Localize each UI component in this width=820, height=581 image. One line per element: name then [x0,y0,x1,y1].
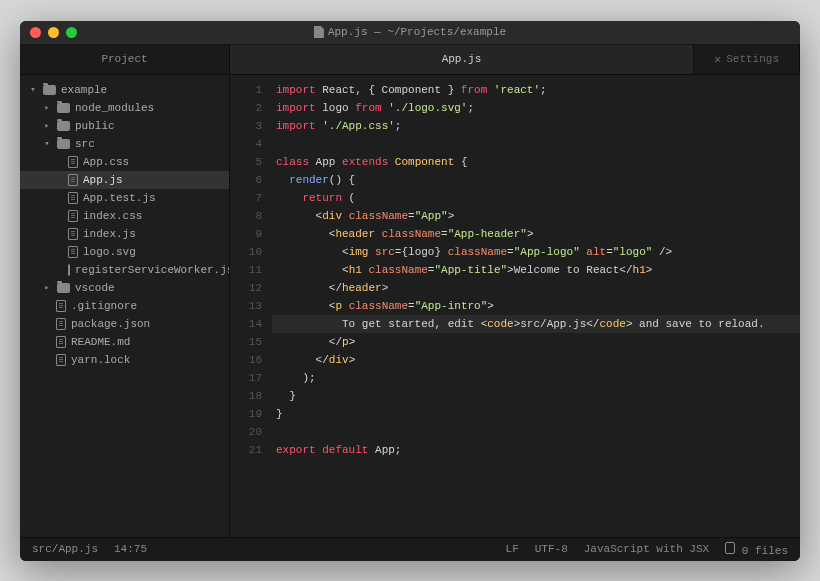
tree-file-active[interactable]: App.js [20,171,229,189]
line-number: 1 [230,81,262,99]
line-number: 13 [230,297,262,315]
code-line: <img src={logo} className="App-logo" alt… [272,243,800,261]
file-icon [68,174,78,186]
chevron-down-icon: ▾ [42,138,52,149]
line-number: 18 [230,387,262,405]
line-number: 9 [230,225,262,243]
line-number: 4 [230,135,262,153]
code-line: export default App; [272,441,800,459]
file-icon [314,26,324,38]
code-line: render() { [272,171,800,189]
code-line-current: To get started, edit <code>src/App.js</c… [272,315,800,333]
line-number: 6 [230,171,262,189]
project-tree: ▾example ▸node_modules ▸public ▾src App.… [20,75,230,537]
tree-node-modules[interactable]: ▸node_modules [20,99,229,117]
tree-label: App.js [83,174,123,186]
code-content[interactable]: import React, { Component } from 'react'… [272,75,800,537]
status-line-ending[interactable]: LF [506,543,519,555]
chevron-right-icon: ▸ [42,120,52,131]
code-line: <h1 className="App-title">Welcome to Rea… [272,261,800,279]
wrench-icon: ✕ [714,52,721,67]
line-number: 15 [230,333,262,351]
tree-label: registerServiceWorker.js [75,264,230,276]
tree-label: package.json [71,318,150,330]
line-number: 11 [230,261,262,279]
code-line: </header> [272,279,800,297]
status-files[interactable]: 0 files [725,542,788,557]
line-number: 14 [230,315,262,333]
editor-window: App.js — ~/Projects/example Project App.… [20,21,800,561]
code-line: import './App.css'; [272,117,800,135]
tree-label: logo.svg [83,246,136,258]
window-title: App.js — ~/Projects/example [20,26,800,38]
status-path[interactable]: src/App.js [32,543,98,555]
status-bar: src/App.js 14:75 LF UTF-8 JavaScript wit… [20,537,800,561]
file-icon [56,300,66,312]
tree-label: example [61,84,107,96]
title-text: App.js — ~/Projects/example [328,26,506,38]
line-gutter: 1 2 3 4 5 6 7 8 9 10 11 12 13 14 15 16 1… [230,75,272,537]
tab-project[interactable]: Project [20,45,230,74]
tab-settings[interactable]: ✕ Settings [694,45,800,74]
tree-root[interactable]: ▾example [20,81,229,99]
file-icon [68,156,78,168]
tree-label: App.test.js [83,192,156,204]
folder-icon [57,283,70,293]
line-number: 8 [230,207,262,225]
tree-file[interactable]: App.test.js [20,189,229,207]
tree-label: src [75,138,95,150]
folder-icon [43,85,56,95]
tree-label: node_modules [75,102,154,114]
tree-label: index.js [83,228,136,240]
code-line: ); [272,369,800,387]
line-number: 19 [230,405,262,423]
chevron-down-icon: ▾ [28,84,38,95]
tree-public[interactable]: ▸public [20,117,229,135]
database-icon [725,542,735,554]
line-number: 5 [230,153,262,171]
tree-label: index.css [83,210,142,222]
line-number: 10 [230,243,262,261]
tree-file[interactable]: logo.svg [20,243,229,261]
file-icon [68,192,78,204]
code-line [272,423,800,441]
file-icon [56,336,66,348]
code-line: import logo from './logo.svg'; [272,99,800,117]
tree-file[interactable]: .gitignore [20,297,229,315]
code-line: } [272,405,800,423]
titlebar: App.js — ~/Projects/example [20,21,800,45]
status-language[interactable]: JavaScript with JSX [584,543,709,555]
code-line: <div className="App"> [272,207,800,225]
code-line [272,135,800,153]
folder-icon [57,103,70,113]
code-line: </div> [272,351,800,369]
line-number: 7 [230,189,262,207]
tab-file[interactable]: App.js [230,45,694,74]
settings-label: Settings [726,53,779,65]
file-icon [56,318,66,330]
folder-icon [57,139,70,149]
main-area: ▾example ▸node_modules ▸public ▾src App.… [20,75,800,537]
code-editor[interactable]: 1 2 3 4 5 6 7 8 9 10 11 12 13 14 15 16 1… [230,75,800,537]
tree-file[interactable]: package.json [20,315,229,333]
tree-file[interactable]: yarn.lock [20,351,229,369]
tree-file[interactable]: index.css [20,207,229,225]
line-number: 16 [230,351,262,369]
status-cursor[interactable]: 14:75 [114,543,147,555]
tree-file[interactable]: App.css [20,153,229,171]
status-encoding[interactable]: UTF-8 [535,543,568,555]
tree-label: vscode [75,282,115,294]
tree-label: yarn.lock [71,354,130,366]
tree-file[interactable]: index.js [20,225,229,243]
code-line: class App extends Component { [272,153,800,171]
tree-file[interactable]: README.md [20,333,229,351]
code-line: return ( [272,189,800,207]
line-number: 2 [230,99,262,117]
line-number: 17 [230,369,262,387]
tree-src[interactable]: ▾src [20,135,229,153]
chevron-right-icon: ▸ [42,282,52,293]
tree-label: public [75,120,115,132]
tree-vscode[interactable]: ▸vscode [20,279,229,297]
tree-file[interactable]: registerServiceWorker.js [20,261,229,279]
file-icon [68,228,78,240]
